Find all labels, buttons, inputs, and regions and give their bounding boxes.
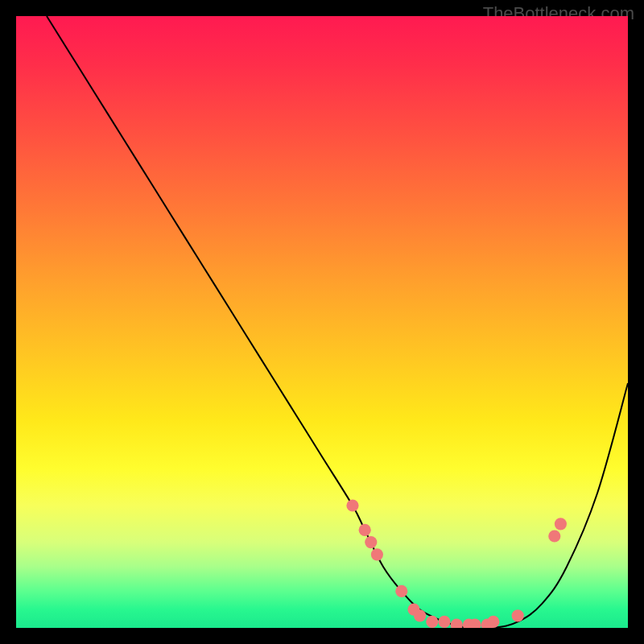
chart-marker — [365, 536, 377, 548]
chart-marker — [371, 548, 383, 560]
chart-marker — [548, 530, 560, 542]
chart-marker — [438, 616, 450, 628]
bottleneck-curve — [47, 16, 628, 628]
chart-marker — [451, 619, 463, 628]
chart-marker — [512, 609, 524, 621]
bottleneck-chart — [16, 16, 628, 628]
chart-svg — [16, 16, 628, 628]
chart-markers — [346, 499, 567, 628]
chart-marker — [426, 616, 438, 628]
chart-marker — [359, 524, 371, 536]
chart-marker — [346, 499, 358, 511]
chart-marker — [414, 609, 426, 621]
chart-marker — [395, 585, 407, 597]
chart-marker — [487, 616, 499, 628]
chart-marker — [555, 518, 567, 530]
